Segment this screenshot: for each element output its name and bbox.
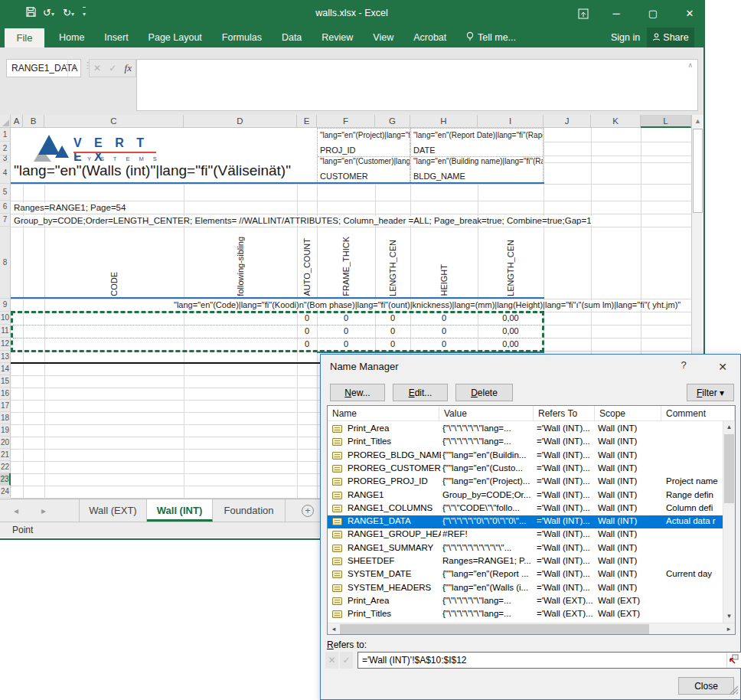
list-column-header-refers-to[interactable]: Refers To — [534, 406, 595, 421]
name-row-print-titles[interactable]: Print_Titles{"\"\"\"\"\"\"lang=...='Wall… — [328, 608, 723, 621]
share-button[interactable]: Share — [647, 28, 694, 47]
cancel-formula-icon[interactable]: ✕ — [93, 63, 101, 74]
maximize-icon[interactable]: ▢ — [640, 0, 666, 28]
ribbon-tab-review[interactable]: Review — [312, 28, 363, 47]
row-header-22[interactable]: 22 — [0, 461, 11, 473]
row-header-13[interactable]: 13 — [0, 351, 11, 363]
ribbon-tab-formulas[interactable]: Formulas — [212, 28, 272, 47]
data-cell[interactable]: 0 — [290, 326, 324, 335]
row-header-1[interactable]: 1 — [0, 128, 11, 142]
delete-button[interactable]: Delete — [455, 384, 513, 401]
col-field-header-D[interactable]: following-sibling — [233, 228, 247, 296]
column-header-E[interactable]: E — [297, 115, 317, 128]
enter-formula-icon[interactable]: ✓ — [109, 63, 116, 74]
sheet-tab-wall-ext-[interactable]: Wall (EXT) — [79, 499, 147, 522]
list-column-header-scope[interactable]: Scope — [595, 406, 661, 421]
row-header-3[interactable]: 3 — [0, 155, 11, 162]
name-row-print-area[interactable]: Print_Area{"\"\"\"\"\"\"lang=...='Wall (… — [328, 595, 723, 608]
list-horizontal-scrollbar[interactable]: ◂ ▸ — [328, 623, 735, 635]
name-box-dropdown-icon[interactable]: ▼ — [67, 60, 80, 77]
row-header-10[interactable]: 10 — [0, 312, 11, 325]
new-button[interactable]: New... — [330, 384, 385, 401]
column-header-K[interactable]: K — [591, 115, 641, 128]
row-header-8[interactable]: 8 — [0, 227, 11, 299]
col-field-header-I[interactable]: LENGTH_CEN — [504, 228, 517, 296]
data-cell[interactable]: 0 — [290, 339, 324, 348]
data-cell[interactable]: 0 — [376, 313, 410, 322]
data-cell[interactable]: 0,00 — [494, 313, 527, 322]
name-row-proreg-bldg-name[interactable]: PROREG_BLDG_NAME{""lang="en"(Buildin...=… — [328, 450, 723, 463]
tell-me-box[interactable]: Tell me... — [465, 28, 516, 47]
formula-input[interactable]: ∧ — [136, 59, 698, 111]
column-header-C[interactable]: C — [44, 115, 184, 128]
close-button[interactable]: Close — [678, 677, 734, 695]
ribbon-tab-home[interactable]: Home — [49, 28, 94, 47]
row-header-24[interactable]: 24 — [0, 486, 11, 498]
row-header-21[interactable]: 21 — [0, 449, 11, 461]
data-cell[interactable]: 0 — [329, 339, 363, 348]
row-header-5[interactable]: 5 — [0, 184, 11, 201]
data-cell[interactable]: 0,00 — [494, 326, 527, 335]
name-row-range1-group-hea-[interactable]: RANGE1_GROUP_HEA...#REF!='Wall (INT)...W… — [328, 528, 723, 541]
sheet-tab-foundation[interactable]: Foundation — [213, 499, 286, 522]
column-header-F[interactable]: F — [317, 115, 375, 128]
row-header-7[interactable]: 7 — [0, 214, 11, 227]
sign-in-link[interactable]: Sign in — [611, 28, 640, 47]
name-row-print-titles[interactable]: Print_Titles{"\"\"\"\"\"\"lang=...='Wall… — [328, 436, 723, 449]
column-header-D[interactable]: D — [184, 115, 297, 128]
name-row-system-headers[interactable]: SYSTEM_HEADERS{""lang="en"(Walls (i...='… — [328, 582, 723, 595]
name-row-proreg-proj-id[interactable]: PROREG_PROJ_ID{""lang="en"(Project)...='… — [328, 476, 723, 489]
filter-button[interactable]: Filter ▾ — [687, 384, 734, 401]
col-field-header-H[interactable]: HEIGHT — [437, 228, 451, 296]
cell-a7[interactable]: Group_by=CODE;Order=LENGTH_CENTER; Eleme… — [12, 216, 593, 225]
dialog-close-icon[interactable]: ✕ — [710, 358, 736, 376]
ribbon-display-options-icon[interactable] — [570, 0, 596, 28]
scroll-right-icon[interactable]: ▸ — [723, 623, 735, 635]
col-field-header-E[interactable]: AUTO_COUNT — [300, 228, 314, 296]
data-cell[interactable]: 0 — [329, 326, 363, 335]
column-header-G[interactable]: G — [375, 115, 410, 128]
ribbon-tab-data[interactable]: Data — [272, 28, 312, 47]
ribbon-tab-page-layout[interactable]: Page Layout — [139, 28, 212, 47]
row-header-12[interactable]: 12 — [0, 338, 11, 351]
name-row-range1-data[interactable]: RANGE1_DATA{"\"\"\"\"\"0\"\"0\"\"0\"...=… — [328, 515, 723, 528]
data-cell[interactable]: 0 — [329, 313, 363, 322]
scroll-down-icon[interactable]: ▼ — [723, 610, 735, 623]
ribbon-tab-view[interactable]: View — [363, 28, 403, 47]
row-header-15[interactable]: 15 — [0, 375, 11, 388]
list-column-header-value[interactable]: Value — [439, 406, 534, 421]
data-cell[interactable]: 0 — [376, 326, 410, 335]
col-field-header-C[interactable]: CODE — [107, 228, 121, 296]
ribbon-tab-acrobat[interactable]: Acrobat — [403, 28, 456, 47]
row-header-14[interactable]: 14 — [0, 363, 11, 375]
scroll-up-icon[interactable]: ▲ — [723, 421, 735, 433]
name-row-print-area[interactable]: Print_Area{"\"\"\"\"\"\"lang=...='Wall (… — [328, 423, 723, 436]
row-header-20[interactable]: 20 — [0, 437, 11, 449]
row-header-16[interactable]: 16 — [0, 388, 11, 400]
collapse-formula-bar-icon[interactable]: ∧ — [687, 61, 693, 69]
cell-a9[interactable]: "lang="en"(Code)|lang="fi"(Koodi)n"(Bom … — [172, 300, 682, 309]
row-header-19[interactable]: 19 — [0, 424, 11, 437]
col-field-header-F[interactable]: FRAME_THICK — [339, 228, 353, 296]
scroll-left-icon[interactable]: ◂ — [328, 623, 340, 635]
cancel-refers-icon[interactable]: ✕ — [325, 652, 338, 669]
row-header-18[interactable]: 18 — [0, 412, 11, 424]
scroll-up-icon[interactable]: ▲ — [692, 115, 703, 128]
row-header-9[interactable]: 9 — [0, 299, 11, 312]
name-row-sheetdef[interactable]: SHEETDEFRanges=RANGE1; P...='Wall (INT).… — [328, 555, 723, 568]
sheet-tab-wall-int-[interactable]: Wall (INT) — [147, 499, 213, 522]
scrollbar-thumb[interactable] — [693, 129, 703, 213]
name-row-range1-columns[interactable]: RANGE1_COLUMNS{"\"\"CODE\"\"follo...='Wa… — [328, 502, 723, 515]
refers-to-input[interactable]: ='Wall (INT)'!$A$10:$I$12 — [357, 652, 741, 669]
row-header-6[interactable]: 6 — [0, 201, 11, 214]
list-vertical-scrollbar[interactable]: ▲ ▼ — [723, 421, 735, 623]
tab-nav-left-icon[interactable]: ◂ — [14, 505, 18, 516]
data-cell[interactable]: 0 — [290, 313, 324, 322]
row-header-2[interactable]: 2 — [0, 142, 11, 155]
minimize-icon[interactable]: ─ — [603, 0, 629, 28]
confirm-refers-icon[interactable]: ✓ — [340, 652, 353, 669]
tab-nav-right-icon[interactable]: ▸ — [41, 505, 46, 516]
insert-function-icon[interactable]: fx — [125, 62, 132, 74]
row-header-11[interactable]: 11 — [0, 325, 11, 338]
cell-block-project[interactable]: "lang="en"(Project)|lang="fi"(Pro PROJ_I… — [317, 128, 410, 184]
